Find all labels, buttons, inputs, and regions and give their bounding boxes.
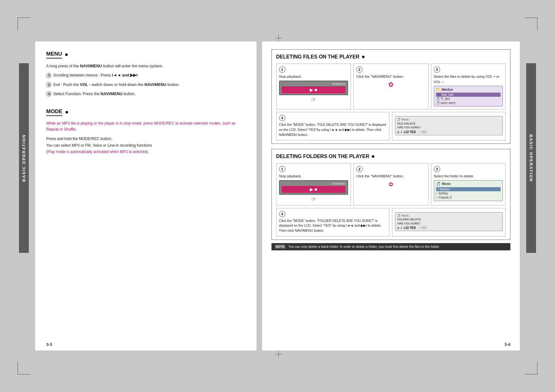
navi-cursor-2: ✿ [356,81,425,88]
folder-icon-2: 🎵 [436,182,441,186]
file-step-1: 1 Stop playback. STEREO ▶ ■ ☞ [276,64,351,109]
mode-note: (Play mode is automatically activated wh… [46,150,149,154]
folder-step-1-num: 1 [279,166,285,172]
folder-icon: 📁 [436,87,441,92]
file-steps-top: 1 Stop playback. STEREO ▶ ■ ☞ 2 [276,64,506,109]
delete-files-section: DELETING FILES ON THE PLAYER 1 Stop play… [271,49,510,144]
file-confirm-header: 🎵 Music FILE DELETE ARE YOU SURE? [397,118,501,130]
menu-intro: A long press of the NAVI/MENU button wil… [46,63,246,70]
playbar-2: ▶ ■ [282,186,346,193]
confirm-no: □ NO [419,130,427,134]
confirm-yes: ◇☑ YES [397,130,416,134]
side-tab-left: BASIC OPERATION [19,63,29,253]
left-page: MENU A long press of the NAVI/MENU butto… [35,41,257,351]
folder-step-1-device: STEREO ▶ ■ [279,180,348,195]
crosshair-top [275,35,282,41]
delete-folders-title: DELETING FOLDERS ON THE PLAYER [276,154,506,159]
file-step-2-num: 2 [356,66,363,73]
folder-step-1: 1 Stop playback. STEREO ▶ ■ ☞ [276,163,351,205]
right-page: DELETING FILES ON THE PLAYER 1 Stop play… [262,41,520,351]
folder-list: 🎵 Music □ Marilyn □ Ashley □ Classic-2 [434,180,503,201]
mode-header: MODE [46,108,246,116]
file-item-2: 🎵 Tr_lies [436,97,501,101]
folder-step-2-num: 2 [356,166,363,172]
file-step-3: 3 Select the files to delete by using VO… [431,64,506,109]
main-content: MENU A long press of the NAVI/MENU butto… [35,41,520,351]
file-steps-bottom: 4 Click the "MODE" button. "FILE DELETE … [276,112,506,140]
mode-body: Press and hold the MODE/REC button: You … [46,136,246,155]
file-step-2-label: Click the "NAVI/MENU" button. [356,74,425,79]
file-step-1-device: STEREO ▶ ■ [279,81,348,95]
delete-folders-bullet [372,155,374,158]
corner-bl [17,362,30,375]
folder-confirm-options: ◇☑ YES □ NO [397,226,501,230]
side-tab-right: BASIC OPERATION [526,63,536,253]
folder-step-4-num: 4 [279,211,285,217]
corner-tr [525,17,538,30]
cursor-hand-1: ☞ [279,96,348,103]
file-step-4-text: Click the "MODE" button. "FILE DELETE AR… [279,122,387,137]
mode-section: MODE While an MP3 file is playing or the… [46,108,246,155]
play-stop-icon-2: ▶ ■ [310,187,317,192]
menu-item-2: ② Exit : Push the VOL - switch down or h… [46,82,246,88]
file-confirm-box: 🎵 Music FILE DELETE ARE YOU SURE? ◇☑ YES… [392,112,506,140]
file-item-1: 🎵 Bail_ball [436,93,501,97]
note-bar: NOTE You can only delete a blank folder.… [271,243,510,250]
folder-step-3: 3 Select the folder to delete. 🎵 Music □… [431,163,506,205]
navi-menu-bold: NAVI/MENU [80,64,102,68]
menu-body: A long press of the NAVI/MENU button wil… [46,63,246,97]
file-confirm-display: 🎵 Music FILE DELETE ARE YOU SURE? ◇☑ YES… [395,116,503,135]
folder-confirm-yes: ◇☑ YES [397,226,416,230]
file-item-3: 🎵 sorry sorry [436,101,501,105]
folder-step-4-text: Click the "MODE" button. "FOLDER DELETE … [279,218,387,233]
page-container: BASIC OPERATION BASIC OPERATION MENU A l… [0,0,555,392]
stereo-label: STEREO [282,83,346,86]
folder-steps-top: 1 Stop playback. STEREO ▶ ■ ☞ 2 [276,163,506,205]
folder-steps-bottom: 4 Click the "MODE" button. "FOLDER DELET… [276,208,506,236]
file-step-4: 4 Click the "MODE" button. "FILE DELETE … [276,112,390,140]
folder-step-2: 2 Click the "NAVI/MENU" button. ✿ [353,163,428,205]
corner-tl [17,17,30,30]
menu-item-3: ③ Select Function: Press the NAVI/MENU b… [46,91,246,97]
delete-files-title: DELETING FILES ON THE PLAYER [276,54,506,60]
file-step-1-label: Stop playback. [279,74,348,79]
right-page-num: 3-4 [504,342,510,347]
folder-step-3-label: Select the folder to delete. [434,174,503,179]
cursor-hand-3: ☞ [279,196,348,203]
folder-confirm-display: 🎵 Music FOLDER DELETE ARE YOU SURE? ◇☑ Y… [395,212,503,231]
folder-confirm-no: □ NO [419,226,427,230]
mode-highlight: While an MP3 file is playing or the play… [46,120,246,132]
folder-step-1-label: Stop playback. [279,174,348,179]
left-page-num: 3-3 [46,342,52,347]
delete-files-bullet [362,56,365,58]
file-step-3-num: 3 [434,66,440,73]
file-step-3-label: Select the files to delete by using VOL … [434,74,503,84]
folder-step-4: 4 Click the "MODE" button. "FOLDER DELET… [276,208,390,236]
folder-confirm-header: 🎵 Music FOLDER DELETE ARE YOU SURE? [397,214,501,226]
folder-list-title: 🎵 Music [436,182,501,186]
file-list-title: 📁 Marilyn [436,87,501,92]
file-confirm-options: ◇☑ YES □ NO [397,130,501,134]
play-stop-icon: ▶ ■ [310,87,317,92]
menu-title: MENU [46,51,62,58]
file-step-4-num: 4 [279,115,285,121]
mode-bullet [65,111,68,113]
folder-item-1: □ Marilyn [436,187,501,191]
circle-1: ① [46,73,51,78]
file-list: 📁 Marilyn 🎵 Bail_ball 🎵 Tr_lies 🎵 sorry … [434,86,503,107]
note-label: NOTE [275,245,286,249]
navi-cursor-4: ✿ [356,181,425,188]
circle-3: ③ [46,91,51,96]
corner-br [525,362,538,375]
file-step-1-num: 1 [279,66,285,73]
menu-header: MENU [46,51,246,58]
menu-bullet [65,53,68,56]
file-step-2: 2 Click the "NAVI/MENU" button. ✿ [353,64,428,109]
menu-section: MENU A long press of the NAVI/MENU butto… [46,51,246,97]
folder-item-2: □ Ashley [436,191,501,195]
menu-item-1: ① Scrolling between menus : Press I◄◄ an… [46,72,246,79]
folder-step-2-label: Click the "NAVI/MENU" button. [356,174,425,179]
mode-title: MODE [46,108,62,116]
stereo-label-2: STEREO [282,182,346,185]
vol-minus-bold: VOL - [80,83,90,87]
